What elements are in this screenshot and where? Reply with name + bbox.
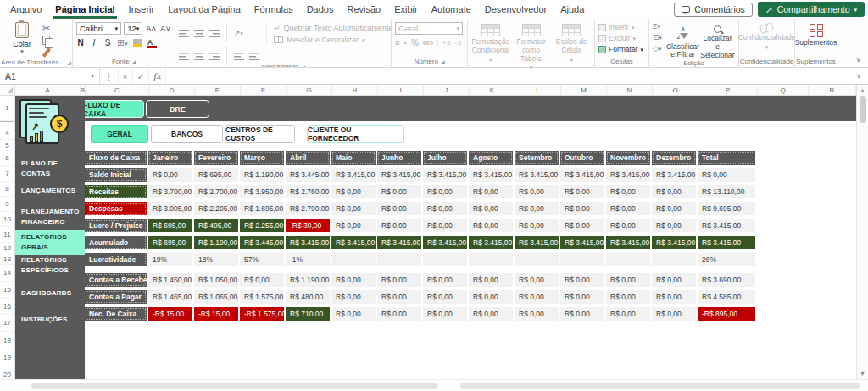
value-cell[interactable]: 19% — [148, 253, 192, 266]
value-cell[interactable]: 26% — [698, 253, 755, 266]
vertical-scroll-thumb[interactable] — [860, 96, 866, 123]
value-cell[interactable]: R$ 0,00 — [515, 307, 559, 321]
wrap-text-button[interactable]: ↵Quebrar Texto Automaticamente — [274, 24, 392, 32]
column-header-cell[interactable]: Julho — [423, 151, 467, 165]
value-cell[interactable]: R$ 2.760,00 — [286, 185, 330, 198]
column-header-cell[interactable]: Junho — [377, 151, 421, 165]
align-right-icon[interactable] — [209, 53, 220, 60]
dialog-launcher-icon[interactable]: ◢ — [67, 59, 71, 65]
row-header-1[interactable]: 1 — [0, 96, 14, 121]
value-cell[interactable] — [515, 253, 559, 266]
subtab-geral[interactable]: GERAL — [91, 125, 148, 143]
column-header-cell[interactable]: Maio — [331, 151, 376, 165]
value-cell[interactable]: R$ 0,00 — [515, 273, 559, 287]
row-header-17[interactable]: 17 — [0, 315, 14, 332]
value-cell[interactable]: R$ 3.415,00 — [652, 168, 696, 182]
column-header-r[interactable]: R — [809, 85, 856, 95]
column-header-c[interactable]: C — [86, 85, 149, 95]
value-cell[interactable]: -R$ 1.575,00 — [240, 307, 284, 321]
value-cell[interactable]: R$ 0,00 — [423, 273, 467, 287]
dialog-launcher-icon[interactable]: ◢ — [301, 65, 305, 67]
value-cell[interactable]: R$ 1.450,00 — [148, 273, 192, 287]
value-cell[interactable] — [331, 253, 376, 266]
value-cell[interactable]: R$ 3.415,00 — [606, 236, 650, 249]
row-header-13[interactable]: 13 — [0, 254, 14, 265]
comma-style-icon[interactable]: 000 — [423, 40, 433, 46]
enter-icon[interactable]: ✓ — [133, 68, 150, 84]
value-cell[interactable]: R$ 0,00 — [469, 273, 513, 287]
share-button[interactable]: ↗ Compartilhamento ▾ — [758, 2, 865, 17]
column-header-cell[interactable]: Fevereiro — [194, 151, 238, 165]
value-cell[interactable]: R$ 3.415,00 — [652, 236, 696, 249]
value-cell[interactable]: R$ 0,00 — [560, 219, 604, 232]
scroll-up-icon[interactable]: ▲ — [860, 85, 865, 96]
value-cell[interactable]: R$ 0,00 — [469, 307, 513, 321]
value-cell[interactable]: R$ 3.415,00 — [377, 236, 421, 249]
row-label-cell[interactable]: Saldo Inicial — [85, 168, 147, 182]
column-header-l[interactable]: L — [515, 85, 561, 95]
value-cell[interactable]: R$ 0,00 — [423, 202, 467, 215]
fill-color-icon[interactable] — [133, 39, 142, 47]
value-cell[interactable]: R$ 2.790,00 — [286, 202, 330, 215]
value-cell[interactable]: R$ 0,00 — [606, 219, 650, 232]
row-header-16[interactable]: 16 — [0, 299, 14, 315]
value-cell[interactable]: R$ 3.445,00 — [240, 236, 284, 249]
value-cell[interactable]: R$ 1.695,00 — [240, 202, 284, 215]
row-header-6[interactable]: 6 — [0, 151, 14, 166]
value-cell[interactable]: R$ 695,00 — [148, 236, 192, 249]
value-cell[interactable]: R$ 0,00 — [515, 185, 559, 198]
row-header-10[interactable]: 10 — [0, 212, 14, 227]
row-header-8[interactable]: 8 — [0, 182, 14, 197]
value-cell[interactable]: R$ 0,00 — [469, 202, 513, 215]
value-cell[interactable]: R$ 3.700,00 — [148, 185, 192, 198]
menu-tab-pagina-inicial[interactable]: Página Inicial — [48, 1, 121, 18]
value-cell[interactable]: R$ 1.050,00 — [194, 273, 238, 287]
number-format-select[interactable]: Geral▾ — [395, 22, 463, 35]
row-header-12[interactable]: 12 — [0, 243, 14, 254]
fill-button[interactable]: ⊡▾ — [653, 33, 662, 42]
value-cell[interactable]: R$ 0,00 — [240, 273, 284, 287]
menu-tab-formulas[interactable]: Fórmulas — [248, 1, 300, 18]
value-cell[interactable]: 18% — [194, 253, 238, 266]
value-cell[interactable]: R$ 0,00 — [331, 273, 376, 287]
align-top-icon[interactable] — [179, 30, 189, 37]
increase-decimal-icon[interactable]: +.0 — [437, 40, 450, 46]
row-header-11[interactable]: 11 — [0, 227, 14, 243]
value-cell[interactable]: R$ 3.415,00 — [423, 168, 467, 182]
italic-button[interactable]: I — [90, 38, 98, 47]
value-cell[interactable]: R$ 710,00 — [286, 307, 330, 321]
decrease-decimal-icon[interactable]: -.0 — [455, 40, 462, 46]
tab-dre[interactable]: DRE — [146, 100, 209, 118]
value-cell[interactable]: R$ 3.415,00 — [423, 236, 467, 249]
collapse-ribbon-icon[interactable]: ∨ — [855, 55, 861, 64]
align-bottom-icon[interactable] — [209, 30, 220, 37]
row-header-19[interactable]: 19 — [0, 349, 14, 366]
value-cell[interactable]: R$ 3.415,00 — [515, 236, 559, 249]
orientation-icon[interactable]: ↗▾ — [234, 29, 243, 37]
column-header-m[interactable]: M — [561, 85, 607, 95]
find-select-button[interactable]: Localizar e Selecionar — [700, 22, 735, 59]
cut-icon[interactable]: ✂ — [42, 24, 50, 33]
bold-button[interactable]: N — [76, 38, 85, 47]
cells-button-inserir[interactable]: Inserir▾ — [598, 23, 643, 31]
value-cell[interactable]: R$ 2.205,00 — [194, 202, 238, 215]
row-label-cell[interactable]: Lucratividade — [85, 253, 147, 266]
column-header-h[interactable]: H — [332, 85, 378, 95]
column-header-k[interactable]: K — [470, 85, 515, 95]
copy-icon[interactable] — [42, 36, 50, 45]
sidebar-item-relatorios-gerais[interactable]: RELATÓRIOS GERAIS — [15, 230, 85, 255]
column-header-a[interactable]: A — [15, 85, 81, 95]
underline-button[interactable]: S — [103, 38, 112, 47]
grow-font-button[interactable]: A˄ — [145, 24, 157, 33]
menu-tab-inserir[interactable]: Inserir — [122, 1, 162, 18]
value-cell[interactable]: R$ 0,00 — [377, 307, 421, 321]
cells-button-excluir[interactable]: Excluir▾ — [598, 34, 643, 42]
paste-button[interactable]: Colar ▾ — [7, 22, 37, 54]
sidebar-item-planejamento-financeiro[interactable]: PLANEJAMENTO FINANCEIRO — [15, 207, 85, 226]
column-header-n[interactable]: N — [607, 85, 653, 95]
cells-button-formatar[interactable]: Formatar▾ — [598, 45, 643, 53]
value-cell[interactable]: R$ 0,00 — [652, 273, 696, 287]
column-header-cell[interactable]: Janeiro — [148, 151, 192, 165]
row-header-4[interactable]: 4 — [0, 126, 14, 140]
row-header-18[interactable]: 18 — [0, 332, 14, 349]
